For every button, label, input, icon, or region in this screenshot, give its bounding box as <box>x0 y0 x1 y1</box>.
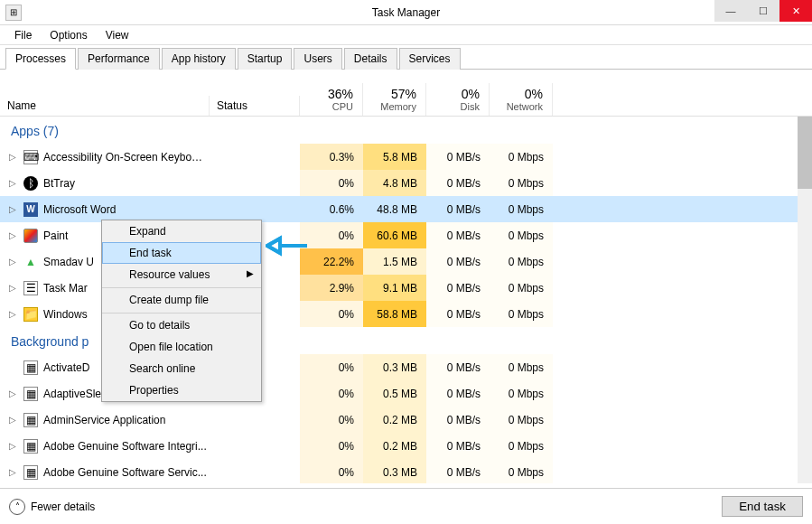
window-title: Task Manager <box>0 6 812 19</box>
smadav-icon: ▲ <box>23 255 38 269</box>
memory-cell: 48.8 MB <box>363 196 426 222</box>
expand-icon[interactable]: ▷ <box>7 467 18 477</box>
process-name: AdminService Application <box>43 414 296 426</box>
column-cpu[interactable]: 36% CPU <box>300 83 363 116</box>
expand-icon[interactable]: ▷ <box>7 257 18 267</box>
memory-cell: 60.6 MB <box>363 222 426 248</box>
process-row[interactable]: ▷ ▦ Adobe Genuine Software Servic... 0% … <box>0 459 812 483</box>
network-cell: 0 Mbps <box>490 196 553 222</box>
bluetooth-icon: ᛒ <box>23 176 38 191</box>
memory-cell: 0.3 MB <box>363 354 426 380</box>
process-name: Adobe Genuine Software Servic... <box>43 466 296 479</box>
paint-icon <box>23 229 38 243</box>
memory-cell: 58.8 MB <box>363 301 426 327</box>
column-disk[interactable]: 0% Disk <box>426 83 490 116</box>
memory-cell: 0.2 MB <box>363 433 426 459</box>
tab-startup[interactable]: Startup <box>238 48 293 70</box>
network-cell: 0 Mbps <box>490 433 553 459</box>
network-cell: 0 Mbps <box>490 248 553 275</box>
ctx-resource-values[interactable]: Resource values ▶ <box>102 264 261 285</box>
expand-icon[interactable]: ▷ <box>7 204 18 214</box>
end-task-button[interactable]: End task <box>722 496 803 517</box>
expand-icon[interactable]: ▷ <box>7 415 18 425</box>
expand-icon[interactable]: ▷ <box>7 230 18 240</box>
memory-cell: 0.2 MB <box>363 407 426 433</box>
submenu-arrow-icon: ▶ <box>247 268 254 278</box>
cpu-cell: 0% <box>300 459 363 483</box>
disk-cell: 0 MB/s <box>426 275 490 301</box>
explorer-icon: 📁 <box>23 307 38 322</box>
tab-details[interactable]: Details <box>344 48 397 70</box>
scrollbar-thumb[interactable] <box>798 117 812 189</box>
memory-cell: 5.8 MB <box>363 144 426 170</box>
menu-file[interactable]: File <box>5 27 41 43</box>
process-row[interactable]: ▷ ᛒ BtTray 0% 4.8 MB 0 MB/s 0 Mbps <box>0 170 812 196</box>
word-icon: W <box>23 202 38 217</box>
ctx-create-dump[interactable]: Create dump file <box>102 287 261 311</box>
tab-services[interactable]: Services <box>399 48 461 70</box>
disk-cell: 0 MB/s <box>426 144 490 170</box>
maximize-button[interactable]: ☐ <box>747 0 779 22</box>
ctx-search-online[interactable]: Search online <box>102 358 261 379</box>
network-cell: 0 Mbps <box>490 301 553 327</box>
minimize-button[interactable]: — <box>714 0 747 22</box>
disk-cell: 0 MB/s <box>426 354 490 380</box>
footer: ˄ Fewer details End task <box>0 488 812 524</box>
expand-icon[interactable]: ▷ <box>7 388 18 398</box>
cpu-cell: 0.3% <box>300 144 363 170</box>
fewer-details-button[interactable]: ˄ Fewer details <box>9 499 95 515</box>
tab-app-history[interactable]: App history <box>162 48 236 70</box>
cpu-cell: 22.2% <box>300 248 363 275</box>
apps-group-header: Apps (7) <box>0 117 812 144</box>
expand-icon[interactable]: ▷ <box>7 309 18 319</box>
process-row-selected[interactable]: ▷ W Microsoft Word 0.6% 48.8 MB 0 MB/s 0… <box>0 196 812 222</box>
cpu-cell: 0% <box>300 170 363 196</box>
menu-options[interactable]: Options <box>41 27 96 43</box>
ctx-properties[interactable]: Properties <box>102 379 261 401</box>
process-name: Adobe Genuine Software Integri... <box>43 440 296 453</box>
network-cell: 0 Mbps <box>490 170 553 196</box>
network-cell: 0 Mbps <box>490 380 553 407</box>
close-button[interactable]: ✕ <box>779 0 812 22</box>
column-status[interactable]: Status <box>210 96 300 116</box>
memory-cell: 0.3 MB <box>363 459 426 483</box>
generic-app-icon: ▦ <box>23 439 38 454</box>
memory-cell: 9.1 MB <box>363 275 426 301</box>
scrollbar-track[interactable] <box>798 117 812 483</box>
tab-users[interactable]: Users <box>294 48 341 70</box>
expand-icon[interactable]: ▷ <box>7 441 18 451</box>
expand-icon[interactable]: ▷ <box>7 152 18 162</box>
chevron-up-icon: ˄ <box>9 499 25 515</box>
disk-cell: 0 MB/s <box>426 407 490 433</box>
ctx-expand[interactable]: Expand <box>102 220 261 242</box>
generic-app-icon: ▦ <box>23 413 38 427</box>
context-menu: Expand End task Resource values ▶ Create… <box>101 220 262 402</box>
generic-app-icon: ▦ <box>23 387 38 401</box>
network-cell: 0 Mbps <box>490 459 553 483</box>
process-name: Accessibility On-Screen Keyboard <box>43 151 206 164</box>
expand-icon[interactable]: ▷ <box>7 178 18 188</box>
process-row[interactable]: ▷ ▦ Adobe Genuine Software Integri... 0%… <box>0 433 812 459</box>
disk-cell: 0 MB/s <box>426 433 490 459</box>
network-cell: 0 Mbps <box>490 354 553 380</box>
ctx-open-file-location[interactable]: Open file location <box>102 336 261 358</box>
tab-processes[interactable]: Processes <box>5 48 76 70</box>
menu-view[interactable]: View <box>97 27 138 43</box>
generic-app-icon: ▦ <box>23 360 38 375</box>
app-icon: ⊞ <box>5 5 22 21</box>
cpu-cell: 0% <box>300 301 363 327</box>
column-network[interactable]: 0% Network <box>490 83 553 116</box>
network-cell: 0 Mbps <box>490 144 553 170</box>
ctx-go-to-details[interactable]: Go to details <box>102 313 261 336</box>
cpu-cell: 0% <box>300 354 363 380</box>
tab-performance[interactable]: Performance <box>78 48 160 70</box>
column-name[interactable]: Name <box>0 96 210 116</box>
process-row[interactable]: ▷ ▦ AdminService Application 0% 0.2 MB 0… <box>0 407 812 433</box>
cpu-cell: 0% <box>300 433 363 459</box>
process-row[interactable]: ▷ ⌨ Accessibility On-Screen Keyboard 0.3… <box>0 144 812 170</box>
cpu-cell: 0.6% <box>300 196 363 222</box>
expand-icon[interactable]: ▷ <box>7 283 18 293</box>
column-memory[interactable]: 57% Memory <box>363 83 426 116</box>
ctx-end-task[interactable]: End task <box>102 242 261 264</box>
process-name: BtTray <box>43 177 206 190</box>
